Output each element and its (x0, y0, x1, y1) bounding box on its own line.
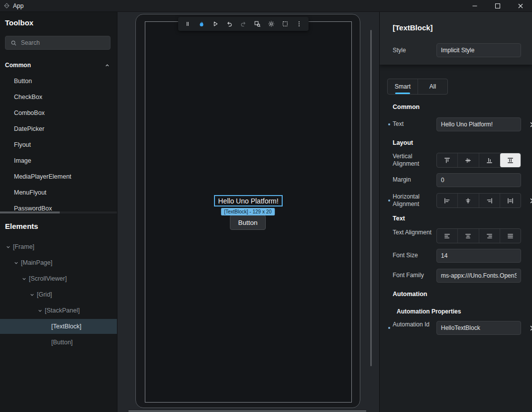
halign-right-button[interactable] (479, 194, 500, 207)
canvas-vertical-scrollbar[interactable] (370, 30, 372, 366)
toolbox-item-datepicker[interactable]: DatePicker (0, 122, 117, 136)
align-hcenter-icon (464, 197, 472, 205)
more-options-icon[interactable] (292, 17, 306, 30)
search-icon (10, 40, 17, 46)
chevron-down-icon[interactable] (12, 260, 20, 266)
toolbox-item-combobox[interactable]: ComboBox (0, 106, 117, 120)
search-input[interactable] (21, 39, 105, 46)
toolbox-item-label: Flyout (14, 141, 31, 148)
text-align-right-button[interactable] (479, 229, 500, 243)
font-size-label: Font Size (393, 252, 433, 259)
close-button[interactable] (509, 0, 532, 12)
selected-element-title: [TextBlock] (393, 23, 433, 32)
search-box[interactable] (5, 36, 110, 50)
app-title: App (13, 2, 23, 9)
align-bottom-icon (486, 157, 493, 164)
toolbox-section-common[interactable]: Common (0, 59, 117, 71)
app-logo-icon (4, 3, 9, 8)
valign-center-button[interactable] (457, 153, 478, 167)
toolbox-item-button[interactable]: Button (0, 74, 117, 88)
play-icon[interactable] (209, 17, 222, 30)
style-label: Style (393, 47, 433, 54)
toolbox-item-label: MenuFlyout (14, 189, 46, 196)
tree-item-scrollviewer[interactable]: [ScrollViewer] (0, 271, 117, 286)
tree-item-button[interactable]: [Button] (0, 335, 117, 350)
toolbox-item-flyout[interactable]: Flyout (0, 138, 117, 152)
font-family-input[interactable] (436, 269, 521, 283)
inspect-element-icon[interactable] (250, 17, 264, 30)
toolbox-item-label: Button (14, 78, 32, 85)
tree-item-label: [StackPanel] (45, 307, 80, 314)
horizontal-alignment-label: Horizontal Alignment (393, 193, 433, 208)
design-canvas[interactable]: Hello Uno Platform! [TextBlock] - 129 x … (117, 12, 379, 412)
selection-size-badge: [TextBlock] - 129 x 20 (221, 208, 275, 215)
tab-active-underline (395, 93, 410, 94)
tree-item-stackpanel[interactable]: [StackPanel] (0, 303, 117, 318)
toolbox-scrollbar[interactable] (0, 211, 117, 213)
selected-textblock[interactable]: Hello Uno Platform! (214, 195, 283, 206)
valign-bottom-button[interactable] (479, 153, 500, 167)
canvas-button[interactable]: Button (230, 215, 266, 230)
canvas-horizontal-scrollbar[interactable] (128, 411, 366, 412)
halign-stretch-button[interactable] (500, 194, 521, 207)
horizontal-alignment-group (436, 193, 521, 208)
margin-label: Margin (393, 176, 433, 184)
theme-toggle-icon[interactable] (264, 17, 278, 30)
tree-item-frame[interactable]: [Frame] (0, 239, 117, 254)
chevron-down-icon[interactable] (28, 292, 36, 298)
margin-input[interactable] (436, 173, 521, 187)
style-input[interactable] (436, 43, 521, 57)
section-common: Common (393, 103, 420, 110)
drag-handle-icon[interactable] (181, 17, 195, 30)
vertical-alignment-group (436, 153, 521, 168)
tree-item-label: [Frame] (13, 243, 34, 250)
tree-item-textblock[interactable]: [TextBlock] (0, 319, 117, 334)
halign-center-button[interactable] (457, 194, 478, 207)
tree-item-grid[interactable]: [Grid] (0, 287, 117, 302)
left-sidebar: Toolbox Common Button CheckBox ComboBox … (0, 12, 117, 412)
toolbox-item-mediaplayerelement[interactable]: MediaPlayerElement (0, 170, 117, 184)
toolbox-item-checkbox[interactable]: CheckBox (0, 90, 117, 104)
reset-automation-id-icon[interactable] (529, 324, 532, 332)
chevron-down-icon[interactable] (20, 276, 28, 282)
reset-horizontal-alignment-icon[interactable] (529, 197, 532, 205)
text-align-justify-icon (507, 232, 514, 240)
halign-left-button[interactable] (437, 194, 457, 207)
text-align-justify-button[interactable] (500, 229, 521, 243)
font-size-input[interactable] (436, 249, 521, 263)
text-align-center-button[interactable] (457, 229, 478, 243)
valign-stretch-button[interactable] (500, 153, 521, 167)
tree-item-label: [ScrollViewer] (29, 275, 67, 282)
valign-top-button[interactable] (437, 153, 457, 167)
maximize-button[interactable] (486, 0, 509, 12)
text-alignment-label: Text Alignment (393, 229, 433, 236)
align-top-icon (443, 157, 451, 164)
text-input[interactable] (436, 117, 521, 131)
chevron-down-icon[interactable] (36, 308, 44, 313)
hot-reload-flame-icon[interactable] (195, 17, 209, 30)
undo-icon[interactable] (222, 17, 236, 30)
properties-panel: [TextBlock] Style Smart All Common Text … (379, 12, 532, 412)
tab-all[interactable]: All (418, 79, 447, 94)
text-align-right-icon (486, 232, 493, 240)
text-align-left-button[interactable] (437, 229, 457, 243)
textblock-text: Hello Uno Platform! (218, 197, 278, 205)
automation-id-input[interactable] (436, 321, 521, 335)
tree-item-label: [TextBlock] (51, 323, 81, 330)
minimize-button[interactable] (463, 0, 486, 12)
tab-smart[interactable]: Smart (388, 79, 418, 94)
chevron-down-icon[interactable] (4, 244, 12, 250)
designer-toolbar (178, 17, 309, 31)
properties-header: [TextBlock] Style (380, 12, 532, 65)
stretch-horizontal-icon (507, 197, 514, 205)
reset-text-icon[interactable] (529, 120, 532, 128)
toolbox-item-menuflyout[interactable]: MenuFlyout (0, 186, 117, 200)
redo-icon[interactable] (236, 17, 250, 30)
modified-indicator-dot (388, 327, 390, 329)
tree-item-mainpage[interactable]: [MainPage] (0, 255, 117, 270)
tree-item-label: [Grid] (37, 291, 52, 298)
selection-outline-icon[interactable] (278, 17, 292, 30)
scrollbar-thumb[interactable] (0, 211, 60, 213)
toolbox-item-image[interactable]: Image (0, 154, 117, 168)
section-text: Text (393, 215, 405, 222)
